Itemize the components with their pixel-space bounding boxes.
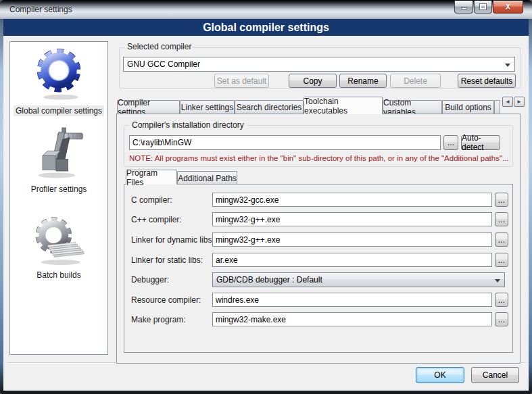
tab-scroll-right-button[interactable]: ►: [514, 97, 525, 107]
close-icon: X: [506, 3, 510, 11]
sidebar-item-batch-builds[interactable]: Batch builds: [10, 214, 107, 280]
tab-scroll-left-button[interactable]: ◄: [502, 97, 513, 107]
page-title: Global compiler settings: [3, 19, 529, 36]
close-button[interactable]: X: [493, 1, 523, 14]
debugger-label: Debugger:: [131, 275, 169, 285]
resource-compiler-input[interactable]: [212, 293, 492, 307]
installation-directory-input[interactable]: [129, 135, 441, 150]
tab-partial[interactable]: [494, 100, 500, 114]
selected-compiler-group-label: Selected compiler: [124, 42, 194, 51]
static-linker-input[interactable]: [212, 253, 492, 267]
cpp-compiler-browse-button[interactable]: ...: [495, 212, 508, 226]
gray-gear-stack-icon: [32, 214, 86, 266]
c-compiler-label: C compiler:: [131, 195, 172, 205]
chevron-down-icon: [495, 279, 500, 282]
sidebar-item-label: Batch builds: [34, 270, 82, 280]
subtab-additional-paths[interactable]: Additional Paths: [177, 171, 237, 184]
window-controls: X: [454, 1, 523, 14]
cpp-compiler-input[interactable]: [212, 212, 492, 226]
c-compiler-browse-button[interactable]: ...: [495, 193, 508, 207]
minimize-button[interactable]: [454, 1, 473, 14]
cpp-compiler-label: C++ compiler:: [131, 215, 182, 224]
resource-compiler-label: Resource compiler:: [131, 295, 201, 305]
sidebar-item-label: Global compiler settings: [14, 105, 104, 116]
tab-build-options[interactable]: Build options: [442, 100, 494, 114]
debugger-value: GDB/CDB debugger : Default: [216, 275, 322, 285]
settings-category-list: Global compiler settings Profiler s: [9, 41, 108, 355]
titlebar[interactable]: Compiler settings X: [0, 0, 532, 19]
bin-subdirectory-note: NOTE: All programs must exist either in …: [129, 154, 509, 162]
static-linker-browse-button[interactable]: ...: [495, 253, 508, 267]
ok-button[interactable]: OK: [416, 367, 464, 383]
program-files-panel: [124, 184, 513, 353]
make-program-label: Make program:: [131, 315, 186, 324]
reset-defaults-button[interactable]: Reset defaults: [458, 74, 516, 88]
tab-custom-variables[interactable]: Custom variables: [383, 100, 442, 114]
auto-detect-button[interactable]: Auto-detect: [461, 135, 500, 150]
resource-compiler-browse-button[interactable]: ...: [495, 293, 508, 307]
cancel-button[interactable]: Cancel: [471, 367, 519, 383]
tab-compiler-settings[interactable]: Compiler settings: [117, 100, 180, 114]
make-program-input[interactable]: [212, 312, 492, 326]
sidebar-item-profiler-settings[interactable]: Profiler settings: [10, 124, 107, 195]
delete-button[interactable]: Delete: [390, 74, 441, 88]
tab-toolchain-executables[interactable]: Toolchain executables: [304, 97, 383, 114]
dynamic-linker-label: Linker for dynamic libs:: [131, 235, 214, 245]
minimize-icon: [461, 7, 467, 9]
tab-linker-settings[interactable]: Linker settings: [180, 100, 235, 114]
debugger-combo[interactable]: GDB/CDB debugger : Default: [212, 272, 505, 287]
compiler-settings-dialog: Compiler settings X Global compiler sett…: [0, 0, 532, 394]
dynamic-linker-input[interactable]: [212, 232, 492, 247]
chevron-down-icon: [505, 64, 510, 67]
tab-search-directories[interactable]: Search directories: [235, 100, 304, 114]
set-as-default-button[interactable]: Set as default: [214, 74, 269, 88]
installation-directory-group-label: Compiler's installation directory: [129, 120, 247, 130]
maximize-button[interactable]: [474, 1, 492, 14]
make-program-browse-button[interactable]: ...: [495, 312, 508, 326]
compiler-select-value: GNU GCC Compiler: [127, 59, 200, 69]
rename-button[interactable]: Rename: [339, 74, 387, 88]
dynamic-linker-browse-button[interactable]: ...: [495, 232, 508, 247]
compiler-select-combo[interactable]: GNU GCC Compiler: [123, 57, 515, 72]
static-linker-label: Linker for static libs:: [131, 255, 203, 265]
copy-button[interactable]: Copy: [289, 74, 337, 88]
blue-gear-icon: [33, 45, 84, 101]
sidebar-item-label: Profiler settings: [29, 184, 89, 195]
window-title: Compiler settings: [9, 5, 72, 14]
subtab-program-files[interactable]: Program Files: [126, 170, 177, 184]
caliper-tool-icon: [32, 124, 86, 180]
c-compiler-input[interactable]: [212, 193, 492, 207]
installation-browse-button[interactable]: ...: [443, 135, 458, 150]
maximize-icon: [480, 4, 486, 9]
sidebar-item-global-compiler-settings[interactable]: Global compiler settings: [10, 45, 107, 116]
